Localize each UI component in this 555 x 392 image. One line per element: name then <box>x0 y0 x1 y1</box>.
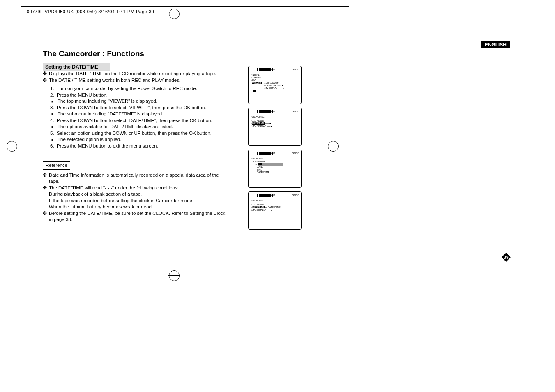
reference-line: If the tape was recorded before setting … <box>43 198 230 204</box>
crop-mark-icon <box>327 140 339 152</box>
lcd-screen-3: REC MODE STBY ▫VIEWER SET ▫DATE/TIME ◇ D… <box>248 150 302 188</box>
language-tag: ENGLISH <box>481 41 510 48</box>
intro-item: Displays the DATE / TIME on the LCD moni… <box>43 71 230 77</box>
title-rule <box>43 59 306 59</box>
reference-item: The DATE/TIME will read "- - -" under th… <box>43 185 230 191</box>
section-heading: Setting the DATE/TIME <box>43 63 110 71</box>
substep: The selected option is applied. <box>50 136 230 143</box>
body-content: Displays the DATE / TIME on the LCD moni… <box>43 71 230 223</box>
page-number: 39 <box>502 253 511 262</box>
print-header: 00779F VPD6050-UK (008-059) 8/16/04 1:41… <box>27 9 154 14</box>
lcd-screen-1: REC MODE STBY ▫INITIAL ▫CAMERA ▫A/V ▫VIE… <box>248 66 302 104</box>
reference-item: Date and Time information is automatical… <box>43 172 230 185</box>
reference-label: Reference <box>43 161 70 170</box>
substep: The options available for DATE/TIME disp… <box>50 124 230 130</box>
page-title: The Camcorder : Functions <box>43 49 144 58</box>
reference-line: When the Lithium battery becomes weak or… <box>43 204 230 210</box>
intro-item: The DATE / TIME setting works in both RE… <box>43 77 230 84</box>
step: 6. Press the MENU button to exit the men… <box>43 143 230 150</box>
step: 2. Press the MENU button. The top menu i… <box>43 92 230 105</box>
reference-item: Before setting the DATE/TIME, be sure to… <box>43 210 230 223</box>
step: 5. Select an option using the DOWN or UP… <box>43 130 230 143</box>
step: 4. Press the DOWN button to select "DATE… <box>43 118 230 130</box>
substep: The top menu including "VIEWER" is displ… <box>50 98 230 105</box>
crop-mark-icon <box>168 269 180 281</box>
crop-mark-icon <box>168 7 180 20</box>
lcd-screen-4: REC MODE STBY ▫VIEWER SET ▫LCD ADJUST ▫D… <box>248 191 302 230</box>
substep: The submenu including "DATE/TIME" is dis… <box>50 111 230 118</box>
reference-line: During playback of a blank section of a … <box>43 191 230 198</box>
crop-mark-icon <box>5 140 18 152</box>
step: 1. Turn on your camcorder by setting the… <box>43 85 230 92</box>
lcd-screenshots: REC MODE STBY ▫INITIAL ▫CAMERA ▫A/V ▫VIE… <box>248 66 302 230</box>
lcd-screen-2: REC MODE STBY ▫VIEWER SET ▫LCD ADJUST ▫D… <box>248 108 302 146</box>
step: 3. Press the DOWN button to select "VIEW… <box>43 105 230 118</box>
